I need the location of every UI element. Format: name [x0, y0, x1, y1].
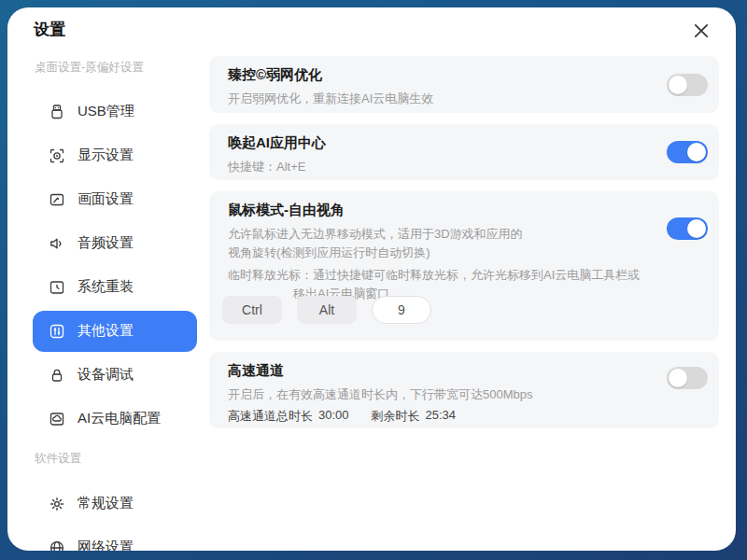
- card-description: 开启后，在有效高速通道时长内，下行带宽可达500Mbps: [228, 385, 532, 404]
- cursor-release-hint-line1: 临时释放光标：通过快捷键可临时释放光标，允许光标移到AI云电脑工具栏或: [228, 266, 640, 285]
- total-duration-value: 30:00: [318, 408, 349, 425]
- mouse-mode-toggle[interactable]: [667, 217, 708, 240]
- sidebar-section-software: 软件设置: [33, 441, 197, 476]
- sliders-icon: [49, 323, 65, 340]
- shortcut-keys: Ctrl Alt 9: [222, 296, 431, 324]
- card-title: 唤起AI应用中心: [228, 134, 326, 152]
- sidebar-item-label: AI云电脑配置: [78, 410, 161, 427]
- remaining-duration-value: 25:34: [426, 408, 457, 425]
- card-description-line2: 视角旋转(检测到应用运行时自动切换): [228, 244, 430, 262]
- sidebar-item-device-debug[interactable]: 设备调试: [33, 353, 197, 397]
- key-custom-input[interactable]: 9: [372, 296, 431, 324]
- dialog-title: 设置: [34, 19, 65, 40]
- gear-icon: [49, 496, 65, 512]
- toggle-knob: [669, 76, 687, 94]
- key-ctrl[interactable]: Ctrl: [222, 296, 282, 324]
- sidebar-item-general[interactable]: 常规设置: [33, 482, 197, 525]
- card-mouse-mode: 鼠标模式-自由视角 允许鼠标进入无边界移动模式，适用于3D游戏和应用的 视角旋转…: [209, 191, 719, 341]
- remaining-duration-label: 剩余时长: [372, 408, 420, 425]
- sidebar-item-usb[interactable]: USB管理: [33, 90, 197, 133]
- sidebar-item-audio[interactable]: 音频设置: [33, 221, 197, 265]
- settings-dialog: 设置 桌面设置-原偏好设置 USB管理 显示设置 画面设置: [7, 7, 736, 551]
- system-reinstall-icon: [49, 279, 65, 296]
- sidebar-item-label: 系统重装: [78, 278, 134, 296]
- high-speed-channel-toggle[interactable]: [667, 367, 708, 389]
- channel-duration-stats: 高速通道总时长 30:00 剩余时长 25:34: [228, 408, 456, 425]
- sidebar-section-desktop: 桌面设置-原偏好设置: [33, 50, 197, 84]
- toggle-knob: [687, 143, 706, 161]
- sidebar-item-network[interactable]: 网络设置: [33, 525, 197, 551]
- card-description: 开启弱网优化，重新连接AI云电脑生效: [228, 90, 433, 108]
- sidebar-item-picture[interactable]: 画面设置: [33, 177, 197, 221]
- key-alt[interactable]: Alt: [297, 296, 357, 324]
- sidebar-item-label: USB管理: [78, 103, 134, 120]
- total-duration-label: 高速通道总时长: [228, 408, 313, 425]
- device-debug-icon: [49, 367, 65, 384]
- card-description-line1: 允许鼠标进入无边界移动模式，适用于3D游戏和应用的: [228, 225, 523, 244]
- sidebar-item-display[interactable]: 显示设置: [33, 133, 197, 177]
- network-icon: [49, 539, 65, 552]
- card-weak-network: 臻控©弱网优化 开启弱网优化，重新连接AI云电脑生效: [209, 56, 719, 113]
- card-title: 高速通道: [228, 362, 284, 380]
- sidebar-item-label: 音频设置: [78, 234, 134, 252]
- usb-icon: [49, 104, 65, 120]
- sidebar-item-label: 常规设置: [78, 495, 134, 512]
- audio-icon: [49, 235, 65, 252]
- sidebar-item-label: 画面设置: [78, 190, 134, 208]
- ai-app-center-toggle[interactable]: [667, 141, 708, 163]
- toggle-knob: [687, 219, 706, 238]
- cloud-pc-icon: [49, 411, 65, 427]
- display-icon: [49, 147, 65, 164]
- sidebar-item-ai-cloud-pc[interactable]: AI云电脑配置: [33, 397, 197, 441]
- sidebar-item-label: 显示设置: [78, 147, 134, 164]
- card-title: 鼠标模式-自由视角: [228, 202, 345, 219]
- sidebar-item-label: 设备调试: [78, 366, 134, 384]
- sidebar-item-label: 其他设置: [78, 322, 134, 340]
- close-icon: [693, 22, 710, 39]
- card-high-speed-channel: 高速通道 开启后，在有效高速通道时长内，下行带宽可达500Mbps 高速通道总时…: [209, 352, 719, 428]
- weak-network-toggle[interactable]: [667, 74, 708, 96]
- close-button[interactable]: [691, 21, 712, 41]
- card-description: 快捷键：Alt+E: [228, 158, 305, 176]
- sidebar-item-other-settings[interactable]: 其他设置: [33, 311, 197, 352]
- picture-icon: [49, 191, 65, 208]
- sidebar: 桌面设置-原偏好设置 USB管理 显示设置 画面设置 音频设置: [33, 50, 197, 551]
- card-ai-app-center: 唤起AI应用中心 快捷键：Alt+E: [209, 124, 719, 180]
- sidebar-item-system-reinstall[interactable]: 系统重装: [33, 265, 197, 309]
- sidebar-item-label: 网络设置: [78, 539, 134, 551]
- card-title: 臻控©弱网优化: [228, 66, 322, 84]
- toggle-knob: [669, 369, 687, 387]
